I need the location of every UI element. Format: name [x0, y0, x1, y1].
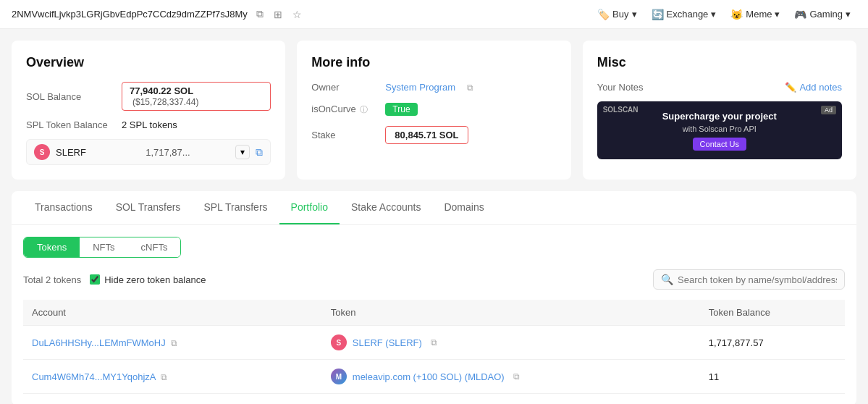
account-cell: Cum4W6Mh74...MY1YqohjzA ⧉ — [23, 360, 322, 394]
ad-contact-button[interactable]: Contact Us — [693, 138, 746, 151]
col-balance: Token Balance — [700, 300, 845, 326]
edit-icon: ✏️ — [785, 82, 796, 93]
gaming-nav-button[interactable]: 🎮 Gaming ▾ — [788, 6, 856, 23]
tab-transactions[interactable]: Transactions — [23, 191, 104, 224]
tabs-section: Transactions SOL Transfers SPL Transfers… — [12, 191, 856, 225]
search-box: 🔍 — [653, 269, 845, 290]
sol-balance-label: SOL Balance — [26, 91, 113, 102]
token-icon: S — [331, 334, 347, 350]
balance-cell: 11 — [700, 360, 845, 394]
portfolio-content: Tokens NFTs cNFTs Total 2 tokens Hide ze… — [12, 225, 856, 404]
token-name: SLERF — [56, 147, 140, 158]
copy-address-button[interactable]: ⧉ — [253, 7, 266, 22]
tab-stake-accounts[interactable]: Stake Accounts — [340, 191, 433, 224]
overview-card: Overview SOL Balance 77,940.22 SOL ($15,… — [12, 41, 285, 180]
buy-icon: 🏷️ — [597, 9, 610, 20]
filter-count: Total 2 tokens — [23, 274, 81, 285]
account-cell: DuLA6HHSHy...LEMmFWMoHJ ⧉ — [23, 326, 322, 360]
notes-label: Your Notes — [597, 82, 644, 93]
sol-balance-usd: ($15,728,337.44) — [132, 97, 198, 107]
sol-balance-value: 77,940.22 SOL — [130, 85, 193, 96]
token-amount: 1,717,87... — [146, 147, 229, 158]
ad-subtitle: with Solscan Pro API — [662, 125, 777, 133]
spl-balance-label: SPL Token Balance — [26, 119, 113, 130]
account-link[interactable]: DuLA6HHSHy...LEMmFWMoHJ — [32, 337, 166, 348]
is-on-curve-badge: True — [385, 103, 417, 116]
filter-left: Total 2 tokens Hide zero token balance — [23, 274, 206, 285]
sub-tab-nfts[interactable]: NFTs — [80, 237, 127, 257]
token-cell: M meleavip.com (+100 SOL) (MLDAO) ⧉ — [322, 360, 700, 394]
token-icon: M — [331, 369, 347, 384]
topbar: 2NMVwcifLjvkp3LGRjGbvEdpPc7CCdz9dmZZPf7s… — [0, 0, 868, 29]
meme-icon: 😺 — [730, 9, 743, 20]
star-button[interactable]: ☆ — [290, 7, 305, 22]
ad-content: Supercharge your project with Solscan Pr… — [657, 105, 783, 156]
token-link[interactable]: meleavip.com (+100 SOL) (MLDAO) — [353, 371, 505, 382]
ad-logo: SOLSCAN — [603, 106, 639, 114]
token-copy-icon[interactable]: ⧉ — [513, 371, 520, 382]
misc-header: Your Notes ✏️ Add notes — [597, 82, 842, 93]
sub-tab-tokens[interactable]: Tokens — [24, 237, 80, 257]
stake-label: Stake — [311, 130, 376, 140]
add-notes-link[interactable]: ✏️ Add notes — [785, 82, 842, 93]
topbar-left: 2NMVwcifLjvkp3LGRjGbvEdpPc7CCdz9dmZZPf7s… — [12, 7, 305, 22]
hide-zero-checkbox[interactable] — [90, 274, 100, 285]
search-input[interactable] — [678, 274, 837, 285]
meme-nav-button[interactable]: 😺 Meme ▾ — [725, 6, 785, 23]
grid-view-button[interactable]: ⊞ — [271, 7, 285, 22]
overview-title: Overview — [26, 55, 271, 70]
table-row: Cum4W6Mh74...MY1YqohjzA ⧉ M meleavip.com… — [23, 360, 845, 394]
is-on-curve-label: isOnCurve ⓘ — [311, 104, 376, 115]
is-on-curve-row: isOnCurve ⓘ True — [311, 103, 556, 116]
stake-value: 80,845.71 SOL — [385, 126, 468, 144]
hide-zero-checkbox-label[interactable]: Hide zero token balance — [90, 274, 206, 285]
owner-label: Owner — [311, 82, 376, 93]
table-row: DuLA6HHSHy...LEMmFWMoHJ ⧉ S SLERF (SLERF… — [23, 326, 845, 360]
exchange-chevron-icon: ▾ — [711, 9, 716, 20]
info-circle-icon: ⓘ — [360, 105, 368, 114]
account-copy-icon[interactable]: ⧉ — [161, 372, 167, 382]
tab-portfolio[interactable]: Portfolio — [279, 191, 340, 224]
portfolio-table: Account Token Token Balance DuLA6HHSHy..… — [23, 300, 845, 394]
account-link[interactable]: Cum4W6Mh74...MY1YqohjzA — [32, 371, 156, 382]
table-header-row: Account Token Token Balance — [23, 300, 845, 326]
address-actions: ⧉ ⊞ ☆ — [253, 7, 305, 22]
spl-balance-value: 2 SPL tokens — [122, 119, 177, 130]
meme-chevron-icon: ▾ — [775, 9, 780, 20]
sub-tabs: Tokens NFTs cNFTs — [23, 237, 181, 258]
buy-chevron-icon: ▾ — [632, 9, 637, 20]
account-copy-icon[interactable]: ⧉ — [171, 338, 177, 348]
cards-row: Overview SOL Balance 77,940.22 SOL ($15,… — [0, 29, 868, 191]
owner-copy-icon[interactable]: ⧉ — [467, 83, 473, 93]
token-copy-icon[interactable]: ⧉ — [431, 337, 437, 348]
exchange-nav-button[interactable]: 🔄 Exchange ▾ — [646, 6, 722, 23]
owner-link[interactable]: System Program — [385, 82, 455, 93]
owner-row: Owner System Program ⧉ — [311, 82, 556, 93]
token-dropdown-button[interactable]: ▾ — [235, 145, 250, 159]
tab-spl-transfers[interactable]: SPL Transfers — [192, 191, 279, 224]
tab-sol-transfers[interactable]: SOL Transfers — [104, 191, 193, 224]
ad-title: Supercharge your project — [662, 111, 777, 122]
stake-row: Stake 80,845.71 SOL — [311, 126, 556, 144]
topbar-nav: 🏷️ Buy ▾ 🔄 Exchange ▾ 😺 Meme ▾ 🎮 Gaming … — [591, 6, 856, 23]
col-account: Account — [23, 300, 322, 326]
gaming-chevron-icon: ▾ — [846, 9, 851, 20]
search-icon: 🔍 — [661, 274, 673, 285]
tabs-nav: Transactions SOL Transfers SPL Transfers… — [12, 191, 856, 225]
buy-nav-button[interactable]: 🏷️ Buy ▾ — [591, 6, 642, 23]
col-token: Token — [322, 300, 700, 326]
token-link[interactable]: SLERF (SLERF) — [353, 337, 422, 348]
sub-tab-cnfts[interactable]: cNFTs — [128, 237, 181, 257]
sol-balance-box: 77,940.22 SOL ($15,728,337.44) — [122, 82, 271, 111]
wallet-address: 2NMVwcifLjvkp3LGRjGbvEdpPc7CCdz9dmZZPf7s… — [12, 9, 248, 20]
misc-title: Misc — [597, 55, 842, 70]
more-info-title: More info — [311, 55, 556, 70]
token-cell: S SLERF (SLERF) ⧉ — [322, 326, 700, 360]
sol-balance-row: SOL Balance 77,940.22 SOL ($15,728,337.4… — [26, 82, 271, 111]
tab-domains[interactable]: Domains — [432, 191, 495, 224]
gaming-icon: 🎮 — [794, 9, 806, 20]
more-info-card: More info Owner System Program ⧉ isOnCur… — [297, 41, 570, 180]
token-link-icon[interactable]: ⧉ — [256, 146, 263, 159]
filter-row: Total 2 tokens Hide zero token balance 🔍 — [23, 269, 845, 290]
token-row: S SLERF 1,717,87... ▾ ⧉ — [26, 139, 271, 165]
